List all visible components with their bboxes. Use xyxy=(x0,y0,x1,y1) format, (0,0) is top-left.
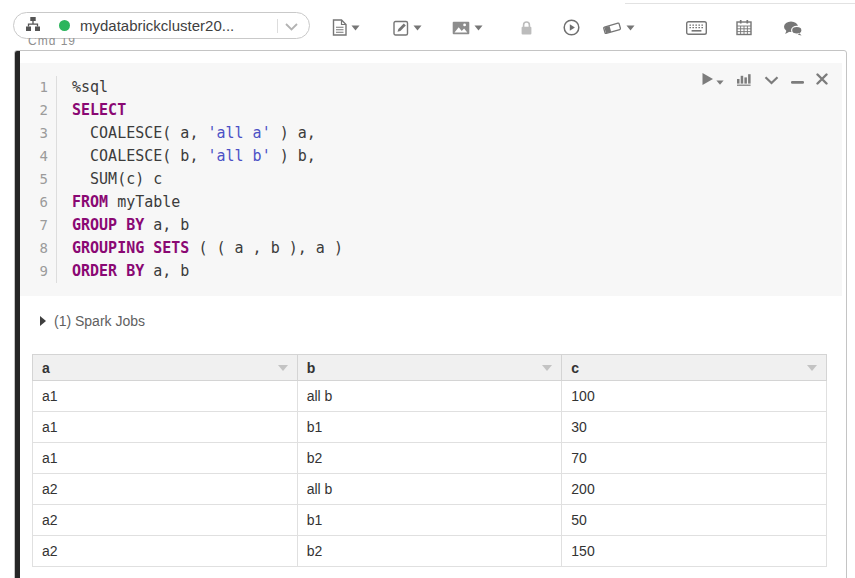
sql-text: SUM(c) c xyxy=(72,170,162,188)
sql-text: ) b, xyxy=(271,147,316,165)
code-text: COALESCE( b, 'all b' ) b, xyxy=(57,145,316,168)
view-menu-button[interactable] xyxy=(452,19,483,38)
notebook-cell: 1%sql2SELECT3 COALESCE( a, 'all a' ) a,4… xyxy=(14,50,847,578)
table-row: a1all b100 xyxy=(33,381,827,412)
cluster-status-dot xyxy=(59,20,70,31)
table-cell: 100 xyxy=(562,381,827,412)
spark-jobs-toggle[interactable]: (1) Spark Jobs xyxy=(40,313,145,329)
sql-keyword: GROUPING SETS xyxy=(72,239,189,257)
caret-down-icon xyxy=(474,19,483,34)
table-cell: a1 xyxy=(33,412,298,443)
table-row: a1b130 xyxy=(33,412,827,443)
results-table: a b c a1all b100a1b130a1b270a2all b200a2… xyxy=(32,354,827,567)
sql-text: a, b xyxy=(144,216,189,234)
sql-keyword: FROM xyxy=(72,193,108,211)
pill-divider xyxy=(277,19,278,33)
collapse-cell-button[interactable] xyxy=(764,73,779,88)
top-panel-edge-divider xyxy=(625,3,855,4)
table-cell: 70 xyxy=(562,443,827,474)
code-text: SUM(c) c xyxy=(57,168,162,191)
document-icon xyxy=(332,19,347,39)
code-line: 6FROM myTable xyxy=(20,191,842,214)
edit-menu-button[interactable] xyxy=(393,19,422,39)
file-menu-button[interactable] xyxy=(332,19,360,39)
schedule-button[interactable] xyxy=(736,19,752,39)
column-label: a xyxy=(42,360,50,376)
sort-arrow-icon[interactable] xyxy=(278,365,288,371)
run-cell-button[interactable] xyxy=(701,72,724,89)
shortcuts-button[interactable] xyxy=(686,21,707,38)
sort-arrow-icon[interactable] xyxy=(807,365,817,371)
results-table-header: a b c xyxy=(33,355,827,381)
chart-icon xyxy=(736,71,752,89)
table-cell: 50 xyxy=(562,505,827,536)
table-cell: a2 xyxy=(33,536,298,567)
table-row: a1b270 xyxy=(33,443,827,474)
code-line: 3 COALESCE( a, 'all a' ) a, xyxy=(20,122,842,145)
code-line: 4 COALESCE( b, 'all b' ) b, xyxy=(20,145,842,168)
caret-down-icon xyxy=(626,19,635,34)
sql-keyword: GROUP BY xyxy=(72,216,144,234)
clear-menu-button[interactable] xyxy=(602,19,635,38)
close-icon xyxy=(816,73,828,88)
lock-button[interactable] xyxy=(520,20,533,39)
cluster-selector[interactable]: mydatabrickcluster20... xyxy=(13,12,310,39)
sql-string: 'all b' xyxy=(207,147,270,165)
column-header-b[interactable]: b xyxy=(297,355,562,381)
table-row: a2b2150 xyxy=(33,536,827,567)
caret-down-icon xyxy=(413,19,422,34)
sql-text: COALESCE( a, xyxy=(72,124,207,142)
line-number: 6 xyxy=(20,191,57,214)
column-header-a[interactable]: a xyxy=(33,355,298,381)
table-cell: 30 xyxy=(562,412,827,443)
column-label: c xyxy=(571,360,579,376)
code-lines: 1%sql2SELECT3 COALESCE( a, 'all a' ) a,4… xyxy=(20,76,842,283)
collapse-chevron-icon xyxy=(764,73,779,88)
code-line: 2SELECT xyxy=(20,99,842,122)
calendar-icon xyxy=(736,19,752,39)
line-number: 9 xyxy=(20,260,57,283)
sql-text: ( ( a , b ), a ) xyxy=(189,239,343,257)
table-cell: b2 xyxy=(297,536,562,567)
comments-button[interactable] xyxy=(783,21,803,39)
keyboard-icon xyxy=(686,21,707,38)
table-cell: b1 xyxy=(297,412,562,443)
code-text: ORDER BY a, b xyxy=(57,260,189,283)
show-chart-button[interactable] xyxy=(736,71,752,89)
minimize-icon xyxy=(791,73,804,88)
sql-text: ) a, xyxy=(271,124,316,142)
close-cell-button[interactable] xyxy=(816,73,828,88)
image-icon xyxy=(452,21,470,38)
minimize-cell-button[interactable] xyxy=(791,73,804,88)
notebook-toolbar: mydatabrickcluster20... xyxy=(0,0,855,50)
sql-text: %sql xyxy=(72,78,108,96)
table-row: a2all b200 xyxy=(33,474,827,505)
run-all-button[interactable] xyxy=(563,19,580,39)
table-cell: b1 xyxy=(297,505,562,536)
run-cell-icon xyxy=(701,72,714,89)
cell-actions xyxy=(701,71,828,89)
eraser-icon xyxy=(602,21,622,38)
sql-string: 'all a' xyxy=(207,124,270,142)
code-editor[interactable]: 1%sql2SELECT3 COALESCE( a, 'all a' ) a,4… xyxy=(20,63,842,296)
table-cell: b2 xyxy=(297,443,562,474)
code-text: GROUPING SETS ( ( a , b ), a ) xyxy=(57,237,343,260)
code-text: COALESCE( a, 'all a' ) a, xyxy=(57,122,316,145)
column-header-c[interactable]: c xyxy=(562,355,827,381)
line-number: 8 xyxy=(20,237,57,260)
table-row: a2b150 xyxy=(33,505,827,536)
code-line: 8GROUPING SETS ( ( a , b ), a ) xyxy=(20,237,842,260)
table-cell: a1 xyxy=(33,381,298,412)
code-text: GROUP BY a, b xyxy=(57,214,189,237)
sort-arrow-icon[interactable] xyxy=(542,365,552,371)
caret-down-icon xyxy=(716,73,724,88)
table-cell: all b xyxy=(297,381,562,412)
cmd-label: Cmd 19 xyxy=(28,38,76,49)
code-text: %sql xyxy=(57,76,108,99)
table-cell: 200 xyxy=(562,474,827,505)
chevron-down-icon[interactable] xyxy=(285,17,298,35)
table-cell: a1 xyxy=(33,443,298,474)
code-line: 7GROUP BY a, b xyxy=(20,214,842,237)
code-text: SELECT xyxy=(57,99,126,122)
line-number: 4 xyxy=(20,145,57,168)
